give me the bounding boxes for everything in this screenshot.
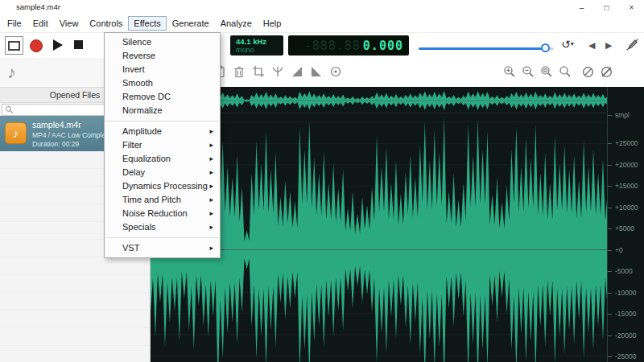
close-button[interactable]: ×: [619, 0, 644, 14]
ruler-tick-label: +20000: [615, 161, 638, 169]
record-button[interactable]: [30, 39, 43, 52]
effects-menu-item-vst[interactable]: VST▸: [105, 241, 220, 255]
fade-icon[interactable]: [271, 65, 284, 78]
menu-effects[interactable]: Effects: [128, 16, 166, 31]
ruler-tick-label: +0: [615, 246, 623, 254]
window-title: sample4.m4r: [16, 2, 60, 11]
maximize-button[interactable]: □: [594, 0, 619, 14]
ruler-tick-label: -20000: [615, 331, 636, 339]
file-format: MP4 / AAC Low Complex...: [32, 131, 115, 139]
window-controls: – □ ×: [569, 0, 644, 14]
zoom-out-icon[interactable]: [522, 65, 535, 78]
effects-menu-item-normalize[interactable]: Normalize: [105, 104, 220, 117]
menu-analyze[interactable]: Analyze: [215, 16, 258, 31]
back-button[interactable]: ◀: [588, 40, 595, 51]
edit-disabled-button[interactable]: [625, 38, 639, 55]
ruler-tick-label: -5000: [615, 267, 633, 275]
menu-generate[interactable]: Generate: [167, 16, 215, 31]
menu-separator: [105, 237, 219, 238]
effects-menu-item-amplitude[interactable]: Amplitude▸: [105, 125, 220, 138]
amplitude-ruler: smpl+25000+20000+15000+10000+5000+0-5000…: [607, 87, 644, 362]
smooth-edit-icon[interactable]: [581, 65, 595, 79]
effects-menu-item-time-and-pitch[interactable]: Time and Pitch▸: [105, 193, 220, 207]
sample-rate-value: 44.1 kHz: [236, 37, 283, 46]
app-window: sample4.m4r – □ × FileEditViewControlsEf…: [0, 0, 644, 362]
effects-menu-item-invert[interactable]: Invert: [105, 63, 220, 76]
submenu-arrow-icon: ▸: [209, 166, 213, 179]
zoom-in-icon[interactable]: [503, 65, 516, 78]
zoom-selection-icon[interactable]: [540, 65, 553, 78]
titlebar: sample4.m4r – □ ×: [0, 0, 644, 14]
submenu-arrow-icon: ▸: [209, 220, 213, 234]
menu-file[interactable]: File: [2, 16, 27, 31]
effects-menu-item-silence[interactable]: Silence: [105, 35, 220, 49]
submenu-arrow-icon: ▸: [209, 179, 213, 193]
play-button[interactable]: [53, 39, 63, 51]
time-display-ghost: -888.88: [304, 39, 361, 53]
sample-rate-display: 44.1 kHz mono: [230, 35, 283, 56]
menu-view[interactable]: View: [54, 16, 85, 31]
menu-edit[interactable]: Edit: [27, 16, 54, 31]
file-name: sample4.m4r: [32, 120, 81, 130]
trash-icon[interactable]: [233, 65, 246, 78]
ruler-tick-label: +5000: [615, 224, 634, 232]
effects-menu-item-dynamics-processing[interactable]: Dynamics Processing▸: [105, 179, 220, 193]
amplify-icon[interactable]: [329, 65, 342, 78]
effects-menu: SilenceReverseInvertSmoothRemove DCNorma…: [104, 32, 221, 258]
fade-in-icon[interactable]: [291, 65, 303, 78]
effects-menu-item-noise-reduction[interactable]: Noise Reduction▸: [105, 207, 220, 220]
minimize-button[interactable]: –: [569, 0, 594, 14]
chevron-down-icon: ▾: [571, 40, 574, 47]
effects-menu-item-remove-dc[interactable]: Remove DC: [105, 90, 220, 104]
effects-menu-item-equalization[interactable]: Equalization▸: [105, 152, 220, 166]
submenu-arrow-icon: ▸: [209, 241, 213, 255]
effects-menu-item-specials[interactable]: Specials▸: [105, 220, 220, 234]
forward-button[interactable]: ▶: [605, 40, 612, 51]
history-button[interactable]: ↺▾: [561, 38, 574, 51]
ruler-tick-label: +15000: [615, 182, 638, 190]
search-icon: [5, 105, 14, 114]
selection-tool-icon: [8, 41, 20, 51]
slider-knob[interactable]: [541, 43, 550, 52]
wave-toolbar: [151, 58, 644, 87]
submenu-arrow-icon: ▸: [209, 138, 213, 152]
stop-button[interactable]: [74, 40, 83, 49]
pen-slash-icon: [625, 38, 639, 51]
submenu-arrow-icon: ▸: [209, 207, 213, 220]
zoom-all-icon[interactable]: [559, 65, 572, 78]
ruler-unit-label: smpl: [615, 111, 630, 119]
draw-edit-icon[interactable]: [600, 65, 613, 79]
transport-toolbar: 44.1 kHz mono -888.88 0.000 ↺▾ ◀ ▶: [0, 33, 644, 58]
ruler-tick-label: -15000: [615, 310, 636, 318]
menu-controls[interactable]: Controls: [84, 16, 128, 31]
file-duration: Duration: 00:29: [32, 140, 79, 148]
fade-out-icon[interactable]: [310, 65, 323, 78]
submenu-arrow-icon: ▸: [209, 152, 213, 166]
music-note-icon[interactable]: ♪: [7, 63, 16, 82]
ruler-tick-label: +25000: [615, 139, 638, 147]
effects-menu-item-reverse[interactable]: Reverse: [105, 49, 220, 63]
channel-mode-value: mono: [236, 46, 283, 54]
ruler-tick-label: +10000: [615, 204, 638, 212]
menu-help[interactable]: Help: [258, 16, 287, 31]
effects-menu-item-delay[interactable]: Delay▸: [105, 166, 220, 179]
submenu-arrow-icon: ▸: [209, 125, 213, 138]
history-icon: ↺: [561, 38, 571, 51]
effects-menu-item-smooth[interactable]: Smooth: [105, 76, 220, 90]
volume-slider[interactable]: [419, 43, 554, 53]
audio-file-icon: ♪: [5, 122, 27, 144]
submenu-arrow-icon: ▸: [209, 193, 213, 207]
time-display: -888.88 0.000: [288, 35, 409, 56]
ruler-tick-label: -25000: [615, 352, 636, 360]
slider-track[interactable]: [419, 47, 554, 50]
menubar: FileEditViewControlsEffectsGenerateAnaly…: [0, 14, 644, 33]
crop-icon[interactable]: [252, 65, 265, 78]
menu-separator: [105, 121, 219, 121]
selection-tool-button[interactable]: [5, 36, 23, 55]
effects-menu-item-filter[interactable]: Filter▸: [105, 138, 220, 152]
ruler-tick-label: -10000: [615, 289, 636, 297]
time-display-value: 0.000: [363, 39, 403, 53]
